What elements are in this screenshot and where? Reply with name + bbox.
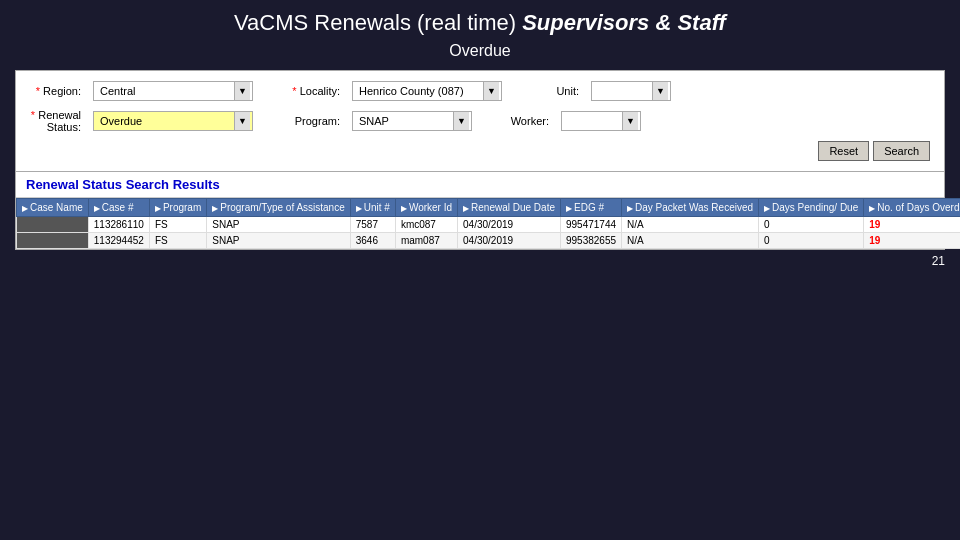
page-number: 21 bbox=[15, 250, 945, 268]
table-row: 113286110FSSNAP7587kmc08704/30/201999547… bbox=[17, 217, 961, 233]
btn-row: Reset Search bbox=[30, 141, 930, 161]
results-header: Renewal Status Search Results bbox=[16, 172, 944, 198]
locality-select[interactable]: Henrico County (087) ▼ bbox=[352, 81, 502, 101]
table-cell: N/A bbox=[622, 233, 759, 249]
table-cell: N/A bbox=[622, 217, 759, 233]
table-cell: FS bbox=[149, 233, 206, 249]
col-program[interactable]: ▶Program bbox=[149, 199, 206, 217]
region-select[interactable]: Central ▼ bbox=[93, 81, 253, 101]
col-edg[interactable]: ▶EDG # bbox=[560, 199, 621, 217]
col-case-num[interactable]: ▶Case # bbox=[88, 199, 149, 217]
table-header-row: ▶Case Name ▶Case # ▶Program ▶Program/Typ… bbox=[17, 199, 961, 217]
program-select[interactable]: SNAP ▼ bbox=[352, 111, 472, 131]
locality-label: * Locality: bbox=[289, 85, 344, 97]
col-worker-id[interactable]: ▶Worker Id bbox=[395, 199, 457, 217]
table-cell: FS bbox=[149, 217, 206, 233]
reset-button[interactable]: Reset bbox=[818, 141, 869, 161]
col-day-packet[interactable]: ▶Day Packet Was Received bbox=[622, 199, 759, 217]
renewal-status-label: * Renewal Status: bbox=[30, 109, 85, 133]
table-cell: 04/30/2019 bbox=[458, 233, 561, 249]
table-cell: kmc087 bbox=[395, 217, 457, 233]
unit-select[interactable]: ▼ bbox=[591, 81, 671, 101]
results-table: ▶Case Name ▶Case # ▶Program ▶Program/Typ… bbox=[16, 198, 960, 249]
results-section: Renewal Status Search Results ▶Case Name… bbox=[15, 172, 945, 250]
col-case-name[interactable]: ▶Case Name bbox=[17, 199, 89, 217]
table-cell: 0 bbox=[759, 217, 864, 233]
renewal-status-select[interactable]: Overdue ▼ bbox=[93, 111, 253, 131]
locality-dropdown-arrow[interactable]: ▼ bbox=[483, 82, 499, 100]
table-cell: 0 bbox=[759, 233, 864, 249]
table-cell: mam087 bbox=[395, 233, 457, 249]
table-cell: 113294452 bbox=[88, 233, 149, 249]
worker-dropdown-arrow[interactable]: ▼ bbox=[622, 112, 638, 130]
title-highlight: Supervisors & Staff bbox=[522, 10, 726, 35]
form-row-1: * Region: Central ▼ * Locality: Henrico … bbox=[30, 81, 930, 101]
table-cell bbox=[17, 217, 89, 233]
col-unit[interactable]: ▶Unit # bbox=[350, 199, 395, 217]
table-cell: 113286110 bbox=[88, 217, 149, 233]
program-label: Program: bbox=[289, 115, 344, 127]
table-cell: SNAP bbox=[207, 217, 351, 233]
program-dropdown-arrow[interactable]: ▼ bbox=[453, 112, 469, 130]
unit-dropdown-arrow[interactable]: ▼ bbox=[652, 82, 668, 100]
col-days-pending[interactable]: ▶Days Pending/ Due bbox=[759, 199, 864, 217]
region-label: * Region: bbox=[30, 85, 85, 97]
program-value: SNAP bbox=[355, 115, 453, 127]
table-cell: 7587 bbox=[350, 217, 395, 233]
locality-value: Henrico County (087) bbox=[355, 85, 483, 97]
renewal-status-dropdown-arrow[interactable]: ▼ bbox=[234, 112, 250, 130]
worker-select[interactable]: ▼ bbox=[561, 111, 641, 131]
table-cell: 19 bbox=[864, 217, 960, 233]
col-renewal-due[interactable]: ▶Renewal Due Date bbox=[458, 199, 561, 217]
page-title: VaCMS Renewals (real time) Supervisors &… bbox=[234, 10, 726, 36]
title-normal: VaCMS Renewals (real time) bbox=[234, 10, 522, 35]
renewal-status-value: Overdue bbox=[96, 115, 234, 127]
form-row-2: * Renewal Status: Overdue ▼ Program: SNA… bbox=[30, 109, 930, 133]
table-cell: 04/30/2019 bbox=[458, 217, 561, 233]
region-dropdown-arrow[interactable]: ▼ bbox=[234, 82, 250, 100]
table-cell bbox=[17, 233, 89, 249]
search-button[interactable]: Search bbox=[873, 141, 930, 161]
main-container: VaCMS Renewals (real time) Supervisors &… bbox=[0, 0, 960, 540]
unit-label: Unit: bbox=[528, 85, 583, 97]
table-row: 113294452FSSNAP3646mam08704/30/201999538… bbox=[17, 233, 961, 249]
worker-label: Worker: bbox=[498, 115, 553, 127]
table-cell: SNAP bbox=[207, 233, 351, 249]
table-cell: 3646 bbox=[350, 233, 395, 249]
region-value: Central bbox=[96, 85, 234, 97]
table-cell: 995382655 bbox=[560, 233, 621, 249]
table-cell: 19 bbox=[864, 233, 960, 249]
subtitle: Overdue bbox=[449, 42, 510, 60]
col-days-overdue[interactable]: ▶No. of Days Overdue bbox=[864, 199, 960, 217]
table-cell: 995471744 bbox=[560, 217, 621, 233]
form-panel: * Region: Central ▼ * Locality: Henrico … bbox=[15, 70, 945, 172]
col-prog-type[interactable]: ▶Program/Type of Assistance bbox=[207, 199, 351, 217]
